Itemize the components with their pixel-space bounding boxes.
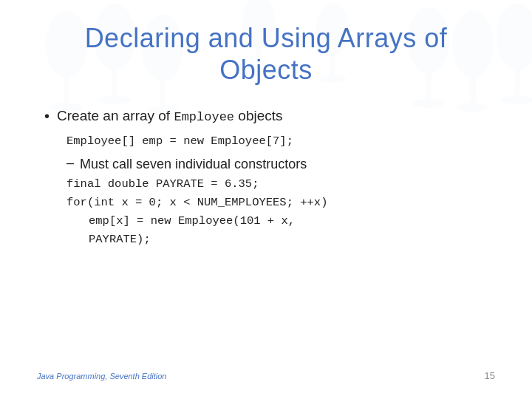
- code-block-1: Employee[] emp = new Employee[7];: [66, 132, 495, 151]
- code-line-4: emp[x] = new Employee(101 + x,: [89, 212, 495, 231]
- slide-title-line2: Objects: [219, 55, 313, 85]
- bullet-suffix: objects: [234, 108, 282, 123]
- code-indented: emp[x] = new Employee(101 + x, PAYRATE);: [66, 212, 495, 249]
- slide-title-line1: Declaring and Using Arrays of: [85, 23, 448, 53]
- code-line-2: final double PAYRATE = 6.35;: [66, 175, 495, 194]
- slide-body: • Create an array of Employee objects Em…: [37, 106, 495, 364]
- bullet-item-1: • Create an array of Employee objects: [44, 106, 495, 126]
- code-line-5: PAYRATE);: [89, 231, 495, 249]
- footer-course-title: Java Programming, Seventh Edition: [37, 372, 166, 381]
- bullet-prefix: Create an array of: [57, 108, 174, 123]
- dash-symbol-1: –: [66, 155, 74, 171]
- code-line-3: for(int x = 0; x < NUM_EMPLOYEES; ++x): [66, 194, 495, 212]
- bullet-text-1: Create an array of Employee objects: [57, 106, 283, 126]
- code-line-1: Employee[] emp = new Employee[7];: [66, 134, 293, 148]
- slide-content: Declaring and Using Arrays of Objects • …: [0, 0, 532, 399]
- slide-footer: Java Programming, Seventh Edition 15: [37, 364, 495, 384]
- bullet-dot-1: •: [44, 108, 50, 125]
- slide-title: Declaring and Using Arrays of Objects: [37, 22, 495, 86]
- footer-page-number: 15: [485, 370, 495, 381]
- code-block-2: final double PAYRATE = 6.35; for(int x =…: [66, 175, 495, 248]
- dash-text-1: Must call seven individual constructors: [80, 155, 307, 174]
- bullet-code-inline: Employee: [174, 110, 234, 124]
- dash-item-1: – Must call seven individual constructor…: [66, 155, 495, 174]
